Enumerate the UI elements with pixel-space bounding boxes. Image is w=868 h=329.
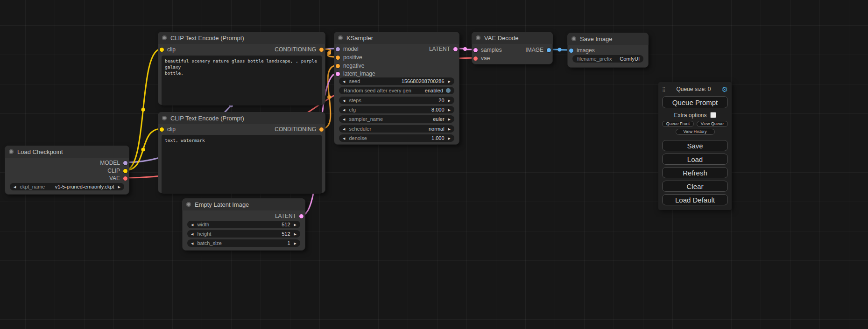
node-title-bar[interactable]: Empty Latent Image <box>182 198 305 210</box>
increment-arrow-icon[interactable]: ▶ <box>448 80 451 83</box>
decrement-arrow-icon[interactable]: ◀ <box>14 185 16 189</box>
toggle-dot[interactable] <box>446 88 451 93</box>
collapse-dot-icon[interactable] <box>476 35 480 40</box>
node-title-bar[interactable]: KSampler <box>334 32 459 44</box>
collapse-dot-icon[interactable] <box>162 116 167 120</box>
widget-batch-size[interactable]: ◀batch_size1▶ <box>187 239 300 247</box>
node-title-text: Save Image <box>580 35 612 42</box>
decrement-arrow-icon[interactable]: ◀ <box>191 232 193 236</box>
widget-ckpt-name[interactable]: ◀ckpt_namev1-5-pruned-emaonly.ckpt▶ <box>10 183 124 190</box>
widget-label: steps <box>349 98 361 103</box>
collapse-dot-icon[interactable] <box>9 149 14 154</box>
prompt-textarea[interactable]: beautiful scenery nature glass bottle la… <box>162 56 322 105</box>
decrement-arrow-icon[interactable]: ◀ <box>343 99 345 102</box>
input-dot-images[interactable] <box>569 49 573 53</box>
output-dot-CONDITIONING[interactable] <box>319 127 324 132</box>
input-slot-positive: positive <box>334 54 459 61</box>
input-dot-negative[interactable] <box>336 64 340 68</box>
input-label: positive <box>343 54 362 61</box>
load-default-button[interactable]: Load Default <box>662 194 728 205</box>
widget-label: filename_prefix <box>577 56 612 62</box>
widget-value: ComfyUI <box>620 56 640 62</box>
input-dot-latent_image[interactable] <box>336 72 340 76</box>
increment-arrow-icon[interactable]: ▶ <box>294 242 296 245</box>
widget-value: 1.000 <box>431 135 445 141</box>
settings-gear-icon[interactable]: ⚙ <box>722 86 728 93</box>
prompt-textarea[interactable]: text, watermark <box>162 135 322 194</box>
widget-denoise[interactable]: ◀denoise1.000▶ <box>339 134 454 142</box>
widget-cfg[interactable]: ◀cfg8.000▶ <box>339 106 454 113</box>
node-title-bar[interactable]: CLIP Text Encode (Prompt) <box>158 32 325 44</box>
refresh-button[interactable]: Refresh <box>662 167 728 178</box>
decrement-arrow-icon[interactable]: ◀ <box>343 127 345 131</box>
widget-scheduler[interactable]: ◀schedulernormal▶ <box>339 125 454 133</box>
input-dot-vae[interactable] <box>473 56 478 61</box>
output-dot-VAE[interactable] <box>123 176 127 181</box>
drag-handle-icon[interactable]: ⣿ <box>662 87 665 92</box>
queue-prompt-button[interactable]: Queue Prompt <box>662 96 728 108</box>
widget-filename-prefix[interactable]: filename_prefixComfyUI <box>572 55 643 63</box>
node-vae-decode[interactable]: VAE DecodesamplesvaeIMAGE <box>472 32 553 64</box>
load-button[interactable]: Load <box>662 154 728 165</box>
queue-front-button[interactable]: Queue Front <box>662 121 694 127</box>
increment-arrow-icon[interactable]: ▶ <box>448 127 451 131</box>
widget-width[interactable]: ◀width512▶ <box>187 221 300 228</box>
node-title-bar[interactable]: Load Checkpoint <box>5 146 129 158</box>
node-load-checkpoint[interactable]: Load CheckpointMODELCLIPVAE◀ckpt_namev1-… <box>5 146 129 195</box>
increment-arrow-icon[interactable]: ▶ <box>448 137 451 140</box>
widget-label: sampler_name <box>349 116 383 122</box>
widget-sampler-name[interactable]: ◀sampler_nameeuler▶ <box>339 115 454 123</box>
decrement-arrow-icon[interactable]: ◀ <box>343 108 345 112</box>
node-ksampler[interactable]: KSamplermodelpositivenegativelatent_imag… <box>334 32 459 145</box>
node-title-bar[interactable]: Save Image <box>567 33 649 45</box>
decrement-arrow-icon[interactable]: ◀ <box>343 80 345 83</box>
widget-random-seed-after-every-gen[interactable]: Random seed after every genenabled <box>339 87 454 94</box>
output-dot-MODEL[interactable] <box>123 161 127 165</box>
widget-steps[interactable]: ◀steps20▶ <box>339 97 454 104</box>
decrement-arrow-icon[interactable]: ◀ <box>343 118 345 121</box>
node-title-text: Load Checkpoint <box>17 148 63 155</box>
node-graph-canvas[interactable]: Load CheckpointMODELCLIPVAE◀ckpt_namev1-… <box>0 0 868 329</box>
output-label: CONDITIONING <box>275 46 316 53</box>
clear-button[interactable]: Clear <box>662 181 728 192</box>
node-clip-text-encode-negative[interactable]: CLIP Text Encode (Prompt)clipCONDITIONIN… <box>158 112 325 193</box>
output-dot-CLIP[interactable] <box>123 169 127 173</box>
increment-arrow-icon[interactable]: ▶ <box>294 232 296 236</box>
output-dot-LATENT[interactable] <box>453 47 458 51</box>
increment-arrow-icon[interactable]: ▶ <box>294 223 296 226</box>
output-slot-VAE: VAE <box>5 175 129 182</box>
input-slot-latent_image: latent_image <box>334 70 459 77</box>
output-dot-IMAGE[interactable] <box>547 48 551 52</box>
widget-label: cfg <box>349 107 356 112</box>
increment-arrow-icon[interactable]: ▶ <box>118 185 120 189</box>
input-dot-positive[interactable] <box>336 56 340 60</box>
output-dot-LATENT[interactable] <box>299 214 303 218</box>
node-save-image[interactable]: Save Imageimagesfilename_prefixComfyUI <box>567 33 649 68</box>
view-history-row: View History <box>662 129 728 135</box>
view-history-button[interactable]: View History <box>676 129 715 135</box>
node-title-bar[interactable]: VAE Decode <box>472 32 553 44</box>
collapse-dot-icon[interactable] <box>162 35 167 40</box>
widget-label: Random seed after every gen <box>344 88 411 93</box>
node-empty-latent-image[interactable]: Empty Latent ImageLATENT◀width512▶◀heigh… <box>182 198 305 251</box>
increment-arrow-icon[interactable]: ▶ <box>448 108 451 112</box>
increment-arrow-icon[interactable]: ▶ <box>448 118 451 121</box>
output-dot-CONDITIONING[interactable] <box>319 48 324 52</box>
save-button[interactable]: Save <box>662 140 728 151</box>
widget-seed[interactable]: ◀seed156680208700286▶ <box>339 77 454 85</box>
collapse-dot-icon[interactable] <box>186 202 191 207</box>
decrement-arrow-icon[interactable]: ◀ <box>343 137 345 140</box>
node-title-bar[interactable]: CLIP Text Encode (Prompt) <box>158 112 325 124</box>
input-slot-images: images <box>568 47 648 54</box>
collapse-dot-icon[interactable] <box>572 36 576 41</box>
output-label: CONDITIONING <box>275 126 316 133</box>
collapse-dot-icon[interactable] <box>338 35 343 40</box>
widget-height[interactable]: ◀height512▶ <box>187 230 300 238</box>
decrement-arrow-icon[interactable]: ◀ <box>191 223 193 226</box>
node-clip-text-encode-positive[interactable]: CLIP Text Encode (Prompt)clipCONDITIONIN… <box>158 32 325 105</box>
increment-arrow-icon[interactable]: ▶ <box>448 99 451 102</box>
decrement-arrow-icon[interactable]: ◀ <box>191 242 193 245</box>
view-queue-button[interactable]: View Queue <box>697 121 728 127</box>
extra-options-checkbox[interactable] <box>710 112 716 118</box>
widget-value: v1-5-pruned-emaonly.ckpt <box>55 184 114 189</box>
